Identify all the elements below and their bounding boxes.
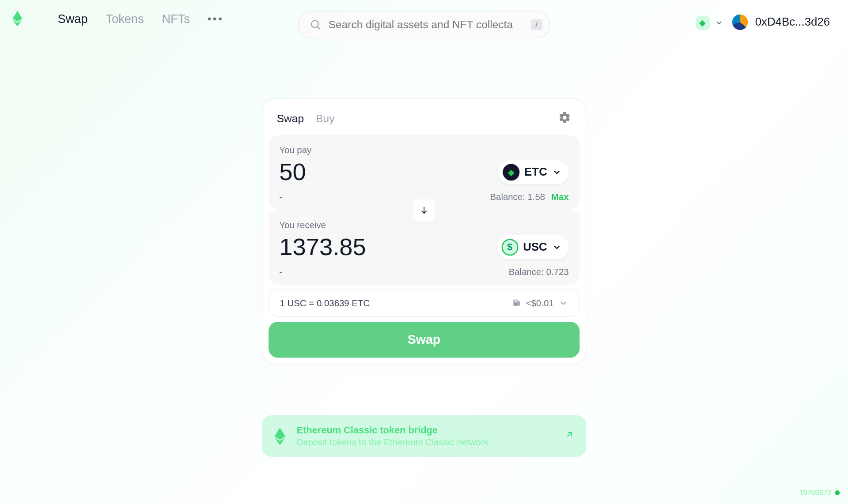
svg-point-0: [311, 21, 318, 28]
pay-token-selector[interactable]: ETC: [498, 160, 568, 184]
etc-token-icon: [503, 164, 519, 181]
block-number-indicator[interactable]: 19769672: [799, 489, 840, 497]
tab-buy[interactable]: Buy: [316, 113, 334, 125]
search-bar[interactable]: /: [298, 11, 550, 38]
receive-fiat-value: -: [279, 267, 282, 277]
status-dot-icon: [835, 490, 840, 495]
arrow-down-icon: [419, 205, 429, 215]
svg-line-1: [318, 27, 320, 29]
receive-token-symbol: USC: [523, 241, 547, 254]
external-link-icon: [564, 430, 574, 443]
swap-card: Swap Buy You pay ETC -: [262, 98, 586, 364]
search-input[interactable]: [329, 18, 524, 31]
app-logo: [12, 11, 23, 29]
bridge-banner[interactable]: Ethereum Classic token bridge Deposit to…: [262, 415, 586, 457]
nav-tokens[interactable]: Tokens: [106, 12, 144, 26]
block-number: 19769672: [799, 489, 831, 497]
bridge-title: Ethereum Classic token bridge: [297, 425, 554, 436]
ethereum-icon: ◆: [696, 15, 710, 30]
nav-swap[interactable]: Swap: [58, 12, 88, 26]
pay-balance: Balance: 1.58: [490, 192, 545, 202]
receive-balance: Balance: 0.723: [509, 267, 569, 277]
card-tabs: Swap Buy: [277, 113, 335, 125]
network-selector[interactable]: ◆: [696, 15, 723, 30]
swap-submit-button[interactable]: Swap: [269, 322, 579, 358]
gear-icon: [558, 111, 571, 124]
receive-token-selector[interactable]: USC: [496, 235, 568, 259]
svg-line-3: [568, 433, 572, 436]
account-address: 0xD4Bc...3d26: [755, 15, 830, 29]
nav-more-menu[interactable]: [208, 17, 222, 20]
swap-direction-button[interactable]: [411, 197, 437, 223]
exchange-rate: 1 USC = 0.03639 ETC: [280, 298, 370, 308]
chevron-down-icon: [559, 298, 568, 308]
avatar: [732, 15, 748, 30]
pay-fiat-value: -: [279, 192, 282, 202]
search-icon: [309, 19, 321, 30]
bridge-subtitle: Deposit tokens to the Ethereum Classic n…: [297, 437, 554, 447]
gas-icon: [511, 298, 521, 308]
receive-amount-input[interactable]: [279, 233, 453, 260]
chevron-down-icon: [715, 19, 723, 27]
max-button[interactable]: Max: [551, 192, 569, 202]
pay-token-symbol: ETC: [524, 165, 547, 179]
usc-token-icon: [501, 239, 518, 256]
nav-nfts[interactable]: NFTs: [162, 12, 189, 26]
pay-amount-input[interactable]: [279, 158, 453, 185]
top-nav: Swap Tokens NFTs: [58, 12, 222, 26]
chevron-down-icon: [552, 242, 562, 252]
account-button[interactable]: 0xD4Bc...3d26: [726, 10, 840, 35]
pay-label: You pay: [279, 145, 569, 155]
tab-swap[interactable]: Swap: [277, 113, 304, 125]
search-shortcut-badge: /: [531, 19, 542, 30]
chevron-down-icon: [552, 167, 562, 177]
rate-row[interactable]: 1 USC = 0.03639 ETC <$0.01: [269, 289, 579, 317]
bridge-eth-icon: [274, 427, 286, 445]
gas-estimate: <$0.01: [526, 298, 554, 308]
settings-button[interactable]: [558, 111, 571, 127]
